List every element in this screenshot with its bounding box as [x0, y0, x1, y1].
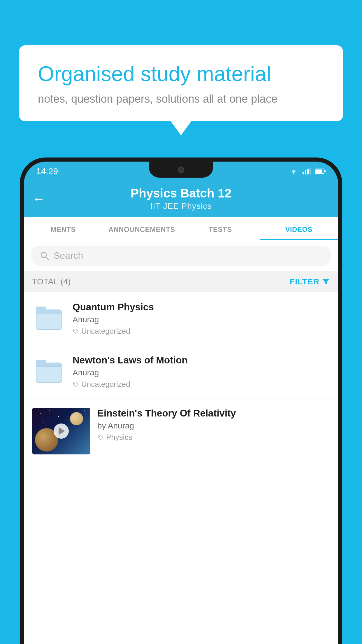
folder-icon [36, 306, 62, 332]
video-title: Quantum Physics [73, 302, 330, 313]
video-tag: Physics [97, 433, 330, 442]
bubble-title: Organised study material [38, 61, 324, 86]
list-item[interactable]: Newton's Laws of Motion Anurag Uncategor… [24, 345, 338, 398]
tab-announcements[interactable]: ANNOUNCEMENTS [103, 217, 181, 240]
svg-point-13 [49, 410, 50, 411]
video-author: by Anurag [97, 421, 330, 430]
svg-point-20 [99, 436, 100, 437]
search-input-wrapper[interactable]: Search [31, 246, 331, 266]
svg-point-15 [67, 412, 67, 412]
phone-frame: 14:29 [20, 158, 342, 644]
filter-button[interactable]: FILTER [290, 277, 330, 286]
tab-bar: MENTS ANNOUNCEMENTS TESTS VIDEOS [24, 217, 338, 240]
list-item[interactable]: Quantum Physics Anurag Uncategorized [24, 292, 338, 345]
back-button[interactable]: ← [33, 192, 45, 206]
svg-point-10 [74, 330, 75, 330]
phone-inner: 14:29 [24, 162, 338, 644]
svg-rect-2 [305, 170, 306, 174]
svg-point-18 [43, 422, 44, 423]
video-info: Quantum Physics Anurag Uncategorized [73, 302, 330, 336]
video-thumbnail [32, 408, 90, 454]
search-bar: Search [24, 240, 338, 271]
speech-bubble-container: Organised study material notes, question… [19, 45, 343, 121]
speech-bubble: Organised study material notes, question… [19, 45, 343, 121]
video-title: Newton's Laws of Motion [73, 355, 330, 366]
status-time: 14:29 [36, 166, 58, 176]
svg-rect-4 [310, 168, 311, 174]
header-subtitle: IIT JEE Physics [150, 202, 212, 211]
filter-bar: TOTAL (4) FILTER [24, 271, 338, 292]
svg-point-11 [74, 383, 75, 384]
battery-icon [315, 168, 326, 174]
header-title: Physics Batch 12 [131, 186, 231, 200]
play-triangle-icon [59, 427, 65, 435]
svg-point-14 [58, 416, 59, 417]
signal-icon [303, 168, 311, 174]
tag-icon [97, 434, 104, 441]
video-list: Quantum Physics Anurag Uncategorized [24, 292, 338, 464]
camera [178, 167, 184, 173]
folder-thumbnail [32, 306, 66, 332]
video-info: Einstein's Theory Of Relativity by Anura… [97, 408, 330, 442]
tag-text: Uncategorized [81, 327, 130, 336]
video-author: Anurag [73, 368, 330, 377]
video-info: Newton's Laws of Motion Anurag Uncategor… [73, 355, 330, 389]
svg-rect-1 [303, 172, 304, 174]
svg-line-9 [46, 257, 48, 260]
svg-rect-7 [324, 170, 326, 172]
search-icon [40, 251, 50, 261]
video-tag: Uncategorized [73, 380, 330, 389]
folder-thumbnail [32, 359, 66, 385]
bubble-subtitle: notes, question papers, solutions all at… [38, 93, 324, 105]
tag-icon [73, 328, 79, 335]
planet2-decoration [70, 412, 83, 425]
svg-point-12 [41, 413, 41, 414]
list-item[interactable]: Einstein's Theory Of Relativity by Anura… [24, 398, 338, 464]
svg-rect-6 [315, 169, 322, 173]
status-icons [289, 168, 326, 175]
wifi-icon [289, 168, 298, 175]
video-title: Einstein's Theory Of Relativity [97, 408, 330, 419]
video-tag: Uncategorized [73, 327, 330, 336]
screen-content: ← Physics Batch 12 IIT JEE Physics MENTS… [24, 181, 338, 644]
tag-text: Uncategorized [81, 380, 130, 389]
svg-point-0 [293, 173, 294, 174]
folder-icon [36, 359, 62, 385]
tab-ments[interactable]: MENTS [24, 217, 103, 240]
play-button[interactable] [54, 424, 69, 439]
tag-icon [73, 381, 79, 388]
tab-videos[interactable]: VIDEOS [260, 217, 338, 240]
search-placeholder: Search [54, 250, 83, 261]
filter-icon [322, 278, 330, 286]
tag-text: Physics [106, 433, 132, 442]
total-count: TOTAL (4) [32, 277, 71, 286]
tab-tests[interactable]: TESTS [181, 217, 260, 240]
svg-rect-3 [307, 169, 309, 174]
notch [149, 162, 213, 178]
app-header: ← Physics Batch 12 IIT JEE Physics [24, 181, 338, 217]
filter-label: FILTER [290, 277, 319, 286]
video-author: Anurag [73, 315, 330, 324]
svg-point-17 [84, 410, 85, 411]
